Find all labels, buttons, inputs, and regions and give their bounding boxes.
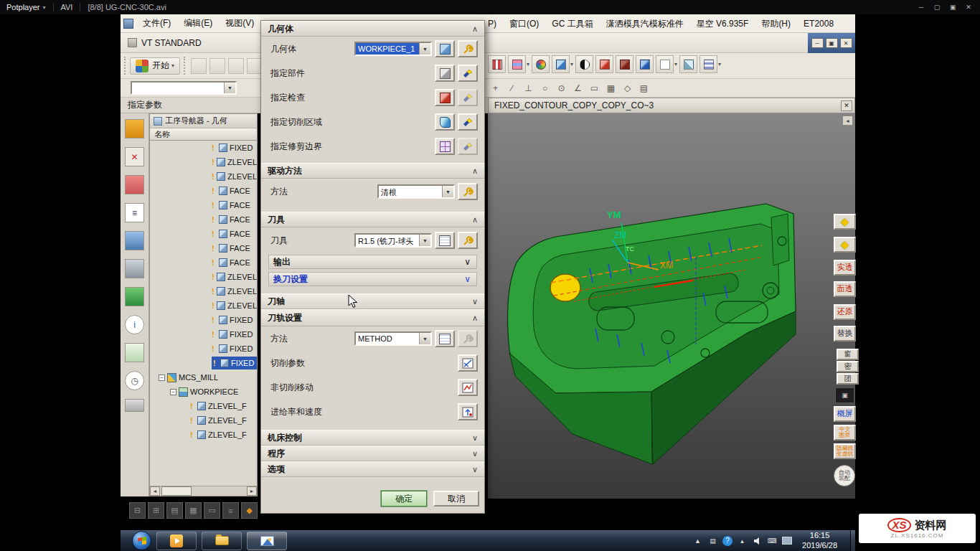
taskbar-potplayer-button[interactable] [156,532,197,550]
expand-icon[interactable]: ∨ [464,274,471,284]
tree-row[interactable]: !FIXED [150,342,257,356]
hidden-line-dashed-button[interactable]: 隐藏线变虚线 [834,443,856,459]
dropdown-icon[interactable]: ▼ [419,43,430,55]
tree-row[interactable]: !FIXED [150,313,257,327]
chevron-down-icon[interactable]: ▾ [674,61,677,67]
constraint-navigator-icon[interactable]: ✕ [125,147,144,166]
menu-window[interactable]: 窗口(O) [503,14,545,33]
edit-method-button[interactable] [458,330,478,347]
tray-clock[interactable]: 16:15 2019/6/28 [802,531,837,551]
tool-combo[interactable]: R1.5 (铣刀-球头 ▼ [354,233,432,248]
section-tool-axis[interactable]: 刀轴∨ [261,293,484,309]
app-menu-button[interactable]: Potplayer [6,3,39,11]
close-button[interactable]: ✕ [963,2,974,12]
face-translucent-button[interactable]: 面透 [834,281,856,297]
machine-tool-navigator-icon[interactable] [125,231,144,250]
scroll-left-button[interactable]: ◄ [150,486,160,496]
tree-row[interactable]: !ZLEVEL_F [150,413,257,428]
close-icon[interactable]: ✕ [841,100,852,111]
minimize-button[interactable]: ─ [915,2,927,12]
edit-drive-method-button[interactable] [458,183,478,200]
dropdown-icon[interactable]: ▼ [442,186,453,197]
collapse-expander[interactable]: − [159,375,165,381]
cutting-params-button[interactable] [458,354,478,372]
roles-icon[interactable] [125,399,144,412]
layer-settings-button[interactable] [699,55,717,73]
eject-tray-icon[interactable]: ▴ [737,535,748,546]
palette-button[interactable] [532,55,550,73]
hidden-icons-arrow[interactable]: ▲ [692,535,703,546]
workpiece-display-button[interactable] [435,40,455,57]
expand-icon[interactable]: ∨ [472,465,478,474]
info-icon[interactable]: i [125,315,144,334]
scroll-right-button[interactable]: ► [247,486,257,496]
view-orient-button[interactable] [488,55,506,73]
viewport-titlebar[interactable]: FIXED_CONTOUR_COPY_COPY_CO~3 ✕ [488,98,855,113]
child-minimize-button[interactable]: ─ [811,38,824,48]
start-button[interactable] [132,531,151,550]
help-tray-icon[interactable]: ? [722,536,732,546]
expand-icon[interactable]: ∨ [472,297,478,306]
snap-icon-9[interactable]: ◇ [620,80,635,95]
check-display-button[interactable] [435,89,455,106]
menu-help[interactable]: 帮助(H) [755,14,797,33]
maximize-button[interactable]: ▢ [931,2,943,12]
selection-scope-combo[interactable]: ▼ [131,81,237,95]
tree-row[interactable]: !FACE [150,227,257,241]
volume-icon[interactable] [752,535,763,546]
network-icon[interactable] [782,537,792,545]
chevron-down-icon[interactable]: ▾ [527,61,529,67]
scrollbar-thumb[interactable] [161,486,192,496]
dropdown-icon[interactable]: ▼ [224,83,235,93]
restore-button[interactable]: ▣ [947,2,958,12]
snap-icon-10[interactable]: ▤ [636,80,651,95]
menu-edit[interactable]: 编辑(E) [177,14,219,32]
diamond-tool-button-2[interactable]: ◆ [834,237,856,253]
chevron-down-icon[interactable]: ▾ [718,61,721,67]
select-trim-button[interactable] [458,138,478,155]
open-file-icon[interactable] [209,58,225,74]
solid-translucent-button[interactable]: 实透 [834,260,856,276]
feeds-speeds-button[interactable] [458,403,478,420]
horizontal-scrollbar[interactable]: ◄ ► [150,486,257,496]
non-cutting-button[interactable] [458,379,478,396]
menu-view[interactable]: 视图(V) [219,14,260,32]
subsection-tool-change[interactable]: 换刀设置∨ [268,272,477,286]
tree-row[interactable]: !ZLEVEL [150,270,257,284]
tree-row[interactable]: !FACE [150,184,257,198]
collapse-icon[interactable]: ∧ [472,215,478,225]
screen-capture-button[interactable]: 概屏 [834,406,856,422]
diamond-tool-button-1[interactable]: ◆ [834,214,856,230]
snap-icon-2[interactable]: ∕ [504,80,519,95]
menu-mold-standard[interactable]: 潇洒模具汽模标准件 [600,14,690,33]
select-part-button[interactable] [458,65,478,82]
cut-area-display-button[interactable] [435,113,455,131]
expand-icon[interactable]: ∨ [464,257,471,267]
collapse-icon[interactable]: ∧ [472,314,478,323]
tree-row-workpiece[interactable]: −WORKPIECE [150,385,257,399]
graphics-viewport[interactable]: YM ZM TC XM [488,113,855,499]
replace-button[interactable]: 替换 [834,326,856,342]
new-tool-button[interactable] [458,232,478,249]
template-grid-icon[interactable] [125,287,144,306]
tree-row[interactable]: !ZLEVEL [150,298,257,313]
child-close-button[interactable]: ✕ [840,38,852,48]
char-button-c[interactable]: 团 [837,373,859,385]
auto-assembly-button[interactable]: 自动装配 [834,465,855,486]
start-menu-button[interactable]: 开始 ▾ [130,57,180,75]
snap-icon-7[interactable]: ▭ [587,80,602,95]
chevron-down-icon[interactable]: ▾ [570,61,573,67]
tree-row[interactable]: !FIXED [150,141,257,155]
char-button-b[interactable]: 密 [837,361,859,372]
part-navigator-icon[interactable] [125,175,144,194]
section-tool[interactable]: 刀具∧ [261,212,484,227]
subsection-output[interactable]: 输出∨ [268,255,477,269]
keyboard-icon[interactable]: ⌨ [767,535,778,546]
tree-row[interactable]: !ZLEVEL_F [150,399,257,413]
3d-canvas[interactable]: YM ZM TC XM [488,113,855,499]
char-button-a[interactable]: 窗 [837,349,859,360]
select-cut-area-button[interactable] [458,113,478,131]
dropdown-icon[interactable]: ▼ [419,333,430,344]
palette-tool-icon[interactable]: ◆ [241,502,258,519]
document-tray-icon[interactable]: ▤ [707,535,718,546]
